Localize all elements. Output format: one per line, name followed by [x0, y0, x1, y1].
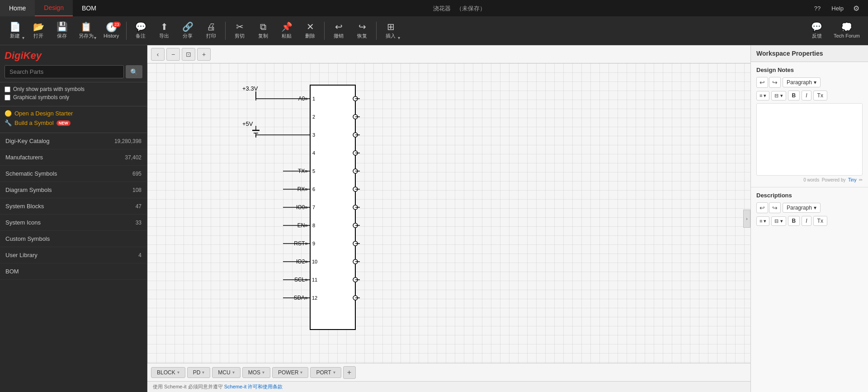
checkbox-symbols-input[interactable]	[5, 86, 10, 92]
bold-btn[interactable]: B	[788, 91, 800, 100]
footer-link[interactable]: Scheme-it 许可和使用条款	[224, 383, 283, 390]
checkbox-graphical-label: Graphical symbols only	[13, 94, 69, 100]
toolbar-techforum-label: Tech Forum	[834, 33, 860, 38]
descriptions-undo[interactable]: ↩	[756, 202, 768, 213]
search-button[interactable]: 🔍	[126, 65, 142, 78]
numbered-list-btn[interactable]: ⊟ ▾	[771, 91, 786, 100]
block-btn-mcu[interactable]: MCU ▾	[212, 367, 240, 378]
canvas-zoom-in[interactable]: +	[197, 48, 211, 61]
toolbar-insert-label: 插入	[386, 33, 396, 39]
design-notes-section: Design Notes ↩ ↪ Paragraph ▾ ≡ ▾ ⊟ ▾ B I…	[751, 62, 868, 187]
design-starter-icon: 🟡	[5, 110, 12, 117]
catalog-item-custom[interactable]: Custom Symbols	[0, 231, 147, 247]
toolbar-new[interactable]: 📄 新建	[4, 20, 26, 41]
checkbox-symbols[interactable]: Only show parts with symbols	[5, 86, 142, 92]
tab-design[interactable]: Design	[35, 0, 73, 16]
toolbar-feedback[interactable]: 💬 反馈	[806, 20, 828, 41]
design-starter-link[interactable]: 🟡 Open a Design Starter	[5, 110, 142, 117]
saveas-icon: 📋	[80, 22, 92, 31]
toolbar-cut[interactable]: ✂ 剪切	[228, 20, 251, 41]
catalog-item-bom[interactable]: BOM	[0, 263, 147, 280]
descriptions-numbered-btn[interactable]: ⊟ ▾	[771, 216, 786, 226]
footer-text: 使用 Scheme-it 必须同意并遵守	[153, 383, 223, 390]
descriptions-paragraph-dropdown[interactable]: Paragraph ▾	[783, 203, 821, 213]
block-btn-pd[interactable]: PD ▾	[187, 367, 211, 378]
toolbar-share[interactable]: 🔗 分享	[176, 20, 199, 41]
bullet-list-btn[interactable]: ≡ ▾	[756, 91, 769, 100]
powered-by-text: Powered by	[822, 177, 846, 182]
history-badge: 23	[113, 22, 121, 27]
canvas-toolbar: ‹ − ⊡ + ›	[147, 45, 750, 63]
toolbar-paste[interactable]: 📌 粘贴	[275, 20, 298, 41]
search-input[interactable]	[5, 65, 124, 78]
help-btn[interactable]: Help	[827, 3, 848, 14]
catalog-item-sysicons[interactable]: System Icons 33	[0, 215, 147, 231]
build-symbol-link[interactable]: 🔧 Build a Symbol NEW	[5, 120, 142, 126]
block-btn-port[interactable]: PORT ▾	[310, 367, 341, 378]
toolbar-print[interactable]: 🖨 打印	[200, 20, 222, 41]
design-notes-editor[interactable]	[756, 103, 863, 176]
descriptions-clear-btn[interactable]: Tx	[813, 216, 827, 226]
catalog-item-diagram[interactable]: Diagram Symbols 108	[0, 182, 147, 198]
svg-text:6: 6	[312, 186, 315, 192]
toolbar-comment[interactable]: 💬 备注	[129, 20, 152, 41]
descriptions-paragraph-label: Paragraph	[787, 205, 812, 211]
power-label-5v: +5V	[242, 120, 253, 127]
svg-text:5: 5	[312, 168, 315, 174]
catalog-item-userlibrary[interactable]: User Library 4	[0, 247, 147, 263]
catalog-item-digikey[interactable]: Digi-Key Catalog 19,280,398	[0, 133, 147, 149]
toolbar-undo[interactable]: ↩ 撤销	[327, 20, 350, 41]
catalog-item-diagram-label: Diagram Symbols	[5, 186, 52, 193]
toolbar-feedback-label: 反馈	[812, 33, 822, 39]
toolbar-delete[interactable]: ✕ 删除	[299, 20, 321, 41]
toolbar-comment-label: 备注	[136, 33, 146, 39]
svg-text:1: 1	[312, 96, 315, 101]
toolbar-history[interactable]: 23 🕐 History	[99, 21, 123, 40]
tab-home[interactable]: Home	[0, 0, 35, 16]
catalog-item-sysblocks[interactable]: System Blocks 47	[0, 198, 147, 215]
descriptions-redo[interactable]: ↪	[769, 202, 781, 213]
checkbox-graphical-input[interactable]	[5, 95, 10, 100]
canvas-viewport[interactable]: +3.3V +5V A0» 1	[147, 63, 750, 363]
catalog-item-schematic-label: Schematic Symbols	[5, 170, 57, 177]
toolbar-open[interactable]: 📂 打开	[27, 20, 50, 41]
paragraph-dropdown[interactable]: Paragraph ▾	[783, 77, 821, 87]
canvas-collapse-right[interactable]: ›	[743, 210, 750, 228]
block-btn-power[interactable]: POWER ▾	[272, 367, 308, 378]
paragraph-chevron: ▾	[814, 79, 816, 86]
left-sidebar: DigiKey 🔍 Only show parts with symbols G…	[0, 45, 147, 392]
toolbar-saveas-label: 另存为	[79, 33, 94, 39]
toolbar-techforum[interactable]: 💭 Tech Forum	[829, 21, 864, 40]
catalog-item-schematic[interactable]: Schematic Symbols 695	[0, 166, 147, 182]
checkbox-graphical[interactable]: Graphical symbols only	[5, 94, 142, 100]
toolbar-insert[interactable]: ⊞ 插入	[379, 20, 402, 41]
pd-label: PD	[193, 369, 201, 376]
undo-icon: ↩	[335, 22, 343, 31]
descriptions-bold-btn[interactable]: B	[788, 216, 800, 226]
toolbar-redo[interactable]: ↪ 恢复	[351, 20, 373, 41]
catalog-item-manufacturers[interactable]: Manufacturers 37,402	[0, 149, 147, 166]
digikey-logo: DigiKey	[5, 50, 142, 62]
descriptions-bullet-btn[interactable]: ≡ ▾	[756, 216, 769, 226]
toolbar-save[interactable]: 💾 保存	[51, 20, 73, 41]
bottom-toolbar: BLOCK ▾ PD ▾ MCU ▾ MOS ▾ POWER ▾ PORT ▾	[147, 363, 750, 381]
tiny-link[interactable]: Tiny	[848, 177, 857, 182]
block-btn-block[interactable]: BLOCK ▾	[151, 367, 185, 378]
help-question-btn[interactable]: ??	[810, 3, 825, 14]
italic-btn[interactable]: I	[802, 91, 811, 100]
design-notes-undo[interactable]: ↩	[756, 77, 768, 88]
catalog-item-manufacturers-label: Manufacturers	[5, 154, 43, 161]
canvas-zoom-out[interactable]: −	[166, 48, 180, 61]
clear-format-btn[interactable]: Tx	[813, 91, 827, 100]
block-btn-mos[interactable]: MOS ▾	[242, 367, 270, 378]
settings-icon[interactable]: ⚙	[850, 2, 863, 14]
add-block-btn[interactable]: +	[343, 366, 356, 379]
toolbar-saveas[interactable]: 📋 另存为	[74, 20, 98, 41]
toolbar-export[interactable]: ⬆ 导出	[153, 20, 175, 41]
tab-bom[interactable]: BOM	[73, 0, 105, 16]
canvas-zoom-fit[interactable]: ⊡	[182, 48, 195, 61]
design-notes-redo[interactable]: ↪	[769, 77, 781, 88]
toolbar-copy[interactable]: ⧉ 复制	[252, 20, 274, 41]
descriptions-italic-btn[interactable]: I	[802, 216, 811, 226]
canvas-nav-left[interactable]: ‹	[151, 48, 165, 61]
